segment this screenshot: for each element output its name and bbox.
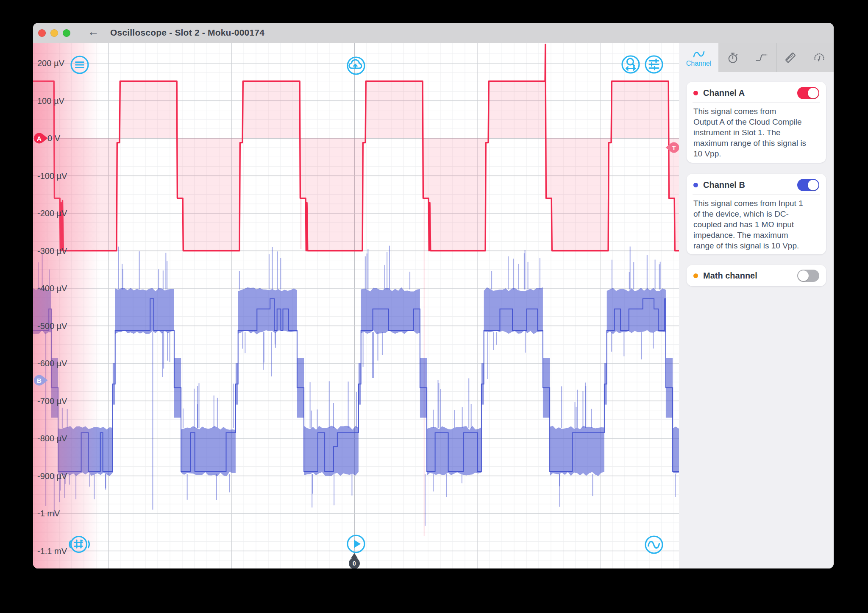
svg-text:B: B	[37, 377, 42, 384]
channel-b-description: This signal comes from Input 1 of the de…	[693, 198, 819, 251]
history-fade-overlay	[33, 43, 100, 568]
svg-text:A: A	[37, 135, 42, 142]
settings-panel: Channel	[679, 43, 834, 568]
title-bar: ← Oscilloscope - Slot 2 - Moku-000174	[33, 23, 834, 44]
channel-b-toggle[interactable]	[797, 179, 819, 191]
math-channel-toggle[interactable]	[797, 270, 819, 282]
tab-timebase[interactable]	[718, 43, 747, 72]
math-channel-bullet	[693, 273, 698, 278]
panel-tabs: Channel	[679, 43, 834, 72]
scope-display[interactable]	[33, 43, 679, 568]
waveform-canvas	[33, 43, 679, 568]
app-window: ← Oscilloscope - Slot 2 - Moku-000174 20…	[33, 23, 834, 568]
sine-source-icon[interactable]	[644, 535, 664, 555]
gauge-icon	[813, 51, 826, 64]
close-button[interactable]	[38, 29, 46, 37]
channel-a-description: This signal comes from Output A of the C…	[693, 106, 819, 159]
tab-trigger[interactable]	[747, 43, 776, 72]
channel-a-toggle[interactable]	[797, 87, 819, 99]
cloud-upload-icon[interactable]	[346, 56, 366, 76]
tab-channel[interactable]: Channel	[679, 43, 718, 72]
channel-b-spikes	[38, 246, 675, 526]
channel-a-bullet	[693, 91, 698, 95]
stopwatch-icon	[726, 51, 739, 64]
sliders-icon[interactable]	[644, 54, 664, 75]
math-channel-card: Math channel	[687, 265, 826, 286]
play-icon[interactable]	[346, 534, 366, 554]
tab-probe[interactable]	[805, 43, 834, 72]
autoscale-grid-icon[interactable]	[68, 534, 92, 554]
ruler-icon	[784, 51, 797, 64]
channel-a-card: Channel A This signal comes from Output …	[687, 82, 826, 163]
channel-b-bullet	[693, 183, 698, 187]
minimize-button[interactable]	[50, 29, 58, 37]
trigger-level-marker[interactable]: T	[664, 142, 679, 153]
svg-text:T: T	[672, 144, 676, 151]
sine-icon	[692, 48, 706, 59]
back-arrow-icon[interactable]: ←	[86, 25, 101, 39]
zoom-window-button[interactable]	[63, 29, 70, 37]
channel-b-title: Channel B	[703, 180, 797, 190]
zoom-horizontal-icon[interactable]	[620, 54, 641, 75]
channel-a-marker[interactable]: A	[34, 132, 49, 144]
trigger-time-marker[interactable]: 0	[348, 552, 361, 568]
svg-text:0: 0	[353, 560, 356, 567]
channel-a-title: Channel A	[703, 88, 797, 98]
channel-b-marker[interactable]: B	[34, 374, 49, 386]
tab-channel-label: Channel	[686, 60, 712, 67]
trigger-icon	[755, 51, 768, 64]
channel-b-card: Channel B This signal comes from Input 1…	[687, 174, 826, 254]
desktop: { "window": { "title": "Oscilloscope - S…	[0, 0, 868, 613]
tab-measurements[interactable]	[776, 43, 805, 72]
menu-icon[interactable]	[70, 55, 90, 75]
window-title: Oscilloscope - Slot 2 - Moku-000174	[110, 28, 264, 38]
math-channel-title: Math channel	[703, 271, 797, 281]
